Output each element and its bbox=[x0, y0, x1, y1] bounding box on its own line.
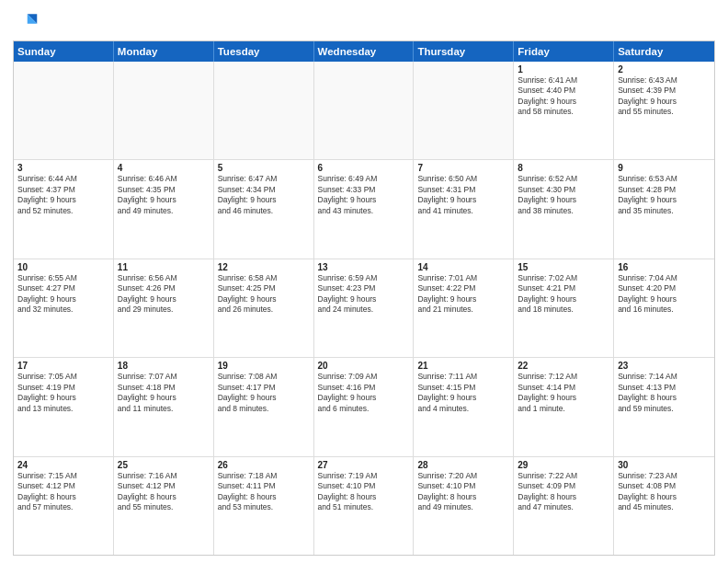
day-number: 20 bbox=[318, 361, 410, 371]
day-info: Sunrise: 6:46 AM Sunset: 4:35 PM Dayligh… bbox=[118, 174, 210, 216]
day-cell-27: 27Sunrise: 7:19 AM Sunset: 4:10 PM Dayli… bbox=[314, 457, 415, 555]
day-number: 22 bbox=[518, 361, 609, 371]
empty-cell-0-1 bbox=[114, 62, 214, 159]
day-info: Sunrise: 7:15 AM Sunset: 4:12 PM Dayligh… bbox=[17, 471, 109, 513]
day-cell-3: 3Sunrise: 6:44 AM Sunset: 4:37 PM Daylig… bbox=[14, 160, 114, 258]
day-cell-23: 23Sunrise: 7:14 AM Sunset: 4:13 PM Dayli… bbox=[614, 358, 714, 455]
day-info: Sunrise: 6:55 AM Sunset: 4:27 PM Dayligh… bbox=[17, 273, 109, 316]
logo-icon bbox=[13, 9, 39, 35]
day-number: 25 bbox=[118, 460, 210, 470]
weekday-header-sunday: Sunday bbox=[14, 41, 114, 62]
calendar-body: 1Sunrise: 6:41 AM Sunset: 4:40 PM Daylig… bbox=[14, 62, 714, 555]
day-cell-17: 17Sunrise: 7:05 AM Sunset: 4:19 PM Dayli… bbox=[14, 358, 114, 455]
day-cell-25: 25Sunrise: 7:16 AM Sunset: 4:12 PM Dayli… bbox=[114, 457, 214, 555]
day-info: Sunrise: 7:05 AM Sunset: 4:19 PM Dayligh… bbox=[17, 372, 109, 414]
day-cell-15: 15Sunrise: 7:02 AM Sunset: 4:21 PM Dayli… bbox=[514, 259, 614, 357]
page: SundayMondayTuesdayWednesdayThursdayFrid… bbox=[0, 0, 728, 563]
day-number: 23 bbox=[618, 361, 711, 371]
day-number: 2 bbox=[618, 64, 711, 75]
day-info: Sunrise: 7:19 AM Sunset: 4:10 PM Dayligh… bbox=[318, 471, 410, 513]
empty-cell-0-4 bbox=[414, 62, 514, 159]
logo bbox=[13, 9, 40, 35]
calendar-row-3: 17Sunrise: 7:05 AM Sunset: 4:19 PM Dayli… bbox=[14, 358, 714, 456]
weekday-header-tuesday: Tuesday bbox=[214, 41, 314, 62]
day-number: 10 bbox=[17, 262, 109, 272]
day-number: 29 bbox=[518, 460, 609, 470]
day-cell-12: 12Sunrise: 6:58 AM Sunset: 4:25 PM Dayli… bbox=[214, 259, 314, 357]
day-cell-14: 14Sunrise: 7:01 AM Sunset: 4:22 PM Dayli… bbox=[414, 259, 514, 357]
day-info: Sunrise: 6:41 AM Sunset: 4:40 PM Dayligh… bbox=[518, 75, 609, 118]
weekday-header-wednesday: Wednesday bbox=[314, 41, 415, 62]
day-cell-22: 22Sunrise: 7:12 AM Sunset: 4:14 PM Dayli… bbox=[514, 358, 614, 455]
day-info: Sunrise: 7:11 AM Sunset: 4:15 PM Dayligh… bbox=[417, 372, 509, 414]
day-info: Sunrise: 6:47 AM Sunset: 4:34 PM Dayligh… bbox=[218, 174, 310, 216]
day-number: 3 bbox=[17, 163, 109, 173]
day-cell-4: 4Sunrise: 6:46 AM Sunset: 4:35 PM Daylig… bbox=[114, 160, 214, 258]
weekday-header-saturday: Saturday bbox=[614, 41, 714, 62]
day-number: 14 bbox=[417, 262, 509, 272]
calendar-row-2: 10Sunrise: 6:55 AM Sunset: 4:27 PM Dayli… bbox=[14, 259, 714, 358]
day-info: Sunrise: 6:52 AM Sunset: 4:30 PM Dayligh… bbox=[518, 174, 609, 216]
day-number: 13 bbox=[318, 262, 410, 272]
day-info: Sunrise: 7:22 AM Sunset: 4:09 PM Dayligh… bbox=[518, 471, 609, 513]
day-cell-21: 21Sunrise: 7:11 AM Sunset: 4:15 PM Dayli… bbox=[414, 358, 514, 455]
day-info: Sunrise: 7:18 AM Sunset: 4:11 PM Dayligh… bbox=[218, 471, 310, 513]
day-number: 8 bbox=[518, 163, 609, 173]
day-info: Sunrise: 7:23 AM Sunset: 4:08 PM Dayligh… bbox=[618, 471, 711, 513]
day-info: Sunrise: 6:50 AM Sunset: 4:31 PM Dayligh… bbox=[417, 174, 509, 216]
day-info: Sunrise: 6:59 AM Sunset: 4:23 PM Dayligh… bbox=[318, 273, 410, 316]
day-number: 27 bbox=[318, 460, 410, 470]
day-info: Sunrise: 7:04 AM Sunset: 4:20 PM Dayligh… bbox=[618, 273, 711, 316]
day-number: 9 bbox=[618, 163, 711, 173]
day-cell-28: 28Sunrise: 7:20 AM Sunset: 4:10 PM Dayli… bbox=[414, 457, 514, 555]
day-number: 24 bbox=[17, 460, 109, 470]
header bbox=[13, 9, 715, 35]
day-info: Sunrise: 7:02 AM Sunset: 4:21 PM Dayligh… bbox=[518, 273, 609, 316]
day-info: Sunrise: 7:09 AM Sunset: 4:16 PM Dayligh… bbox=[318, 372, 410, 414]
day-cell-16: 16Sunrise: 7:04 AM Sunset: 4:20 PM Dayli… bbox=[614, 259, 714, 357]
day-info: Sunrise: 7:14 AM Sunset: 4:13 PM Dayligh… bbox=[618, 372, 711, 414]
day-number: 17 bbox=[17, 361, 109, 371]
day-info: Sunrise: 6:58 AM Sunset: 4:25 PM Dayligh… bbox=[218, 273, 310, 316]
day-info: Sunrise: 7:16 AM Sunset: 4:12 PM Dayligh… bbox=[118, 471, 210, 513]
day-cell-9: 9Sunrise: 6:53 AM Sunset: 4:28 PM Daylig… bbox=[614, 160, 714, 258]
day-cell-10: 10Sunrise: 6:55 AM Sunset: 4:27 PM Dayli… bbox=[14, 259, 114, 357]
day-cell-6: 6Sunrise: 6:49 AM Sunset: 4:33 PM Daylig… bbox=[314, 160, 415, 258]
day-info: Sunrise: 7:08 AM Sunset: 4:17 PM Dayligh… bbox=[218, 372, 310, 414]
calendar-row-4: 24Sunrise: 7:15 AM Sunset: 4:12 PM Dayli… bbox=[14, 457, 714, 555]
weekday-header-thursday: Thursday bbox=[414, 41, 514, 62]
day-info: Sunrise: 7:12 AM Sunset: 4:14 PM Dayligh… bbox=[518, 372, 609, 414]
empty-cell-0-0 bbox=[14, 62, 114, 159]
day-info: Sunrise: 6:49 AM Sunset: 4:33 PM Dayligh… bbox=[318, 174, 410, 216]
day-info: Sunrise: 6:43 AM Sunset: 4:39 PM Dayligh… bbox=[618, 75, 711, 118]
day-number: 18 bbox=[118, 361, 210, 371]
day-number: 28 bbox=[417, 460, 509, 470]
calendar-row-0: 1Sunrise: 6:41 AM Sunset: 4:40 PM Daylig… bbox=[14, 62, 714, 160]
day-number: 15 bbox=[518, 262, 609, 272]
day-number: 26 bbox=[218, 460, 310, 470]
day-number: 6 bbox=[318, 163, 410, 173]
weekday-header-friday: Friday bbox=[514, 41, 614, 62]
day-number: 11 bbox=[118, 262, 210, 272]
day-number: 16 bbox=[618, 262, 711, 272]
day-cell-8: 8Sunrise: 6:52 AM Sunset: 4:30 PM Daylig… bbox=[514, 160, 614, 258]
day-cell-26: 26Sunrise: 7:18 AM Sunset: 4:11 PM Dayli… bbox=[214, 457, 314, 555]
day-number: 1 bbox=[518, 64, 609, 75]
day-info: Sunrise: 7:01 AM Sunset: 4:22 PM Dayligh… bbox=[417, 273, 509, 316]
day-cell-20: 20Sunrise: 7:09 AM Sunset: 4:16 PM Dayli… bbox=[314, 358, 415, 455]
day-number: 30 bbox=[618, 460, 711, 470]
calendar-header: SundayMondayTuesdayWednesdayThursdayFrid… bbox=[14, 41, 714, 62]
empty-cell-0-3 bbox=[314, 62, 415, 159]
calendar-row-1: 3Sunrise: 6:44 AM Sunset: 4:37 PM Daylig… bbox=[14, 160, 714, 259]
calendar: SundayMondayTuesdayWednesdayThursdayFrid… bbox=[13, 40, 715, 556]
day-number: 5 bbox=[218, 163, 310, 173]
day-info: Sunrise: 6:53 AM Sunset: 4:28 PM Dayligh… bbox=[618, 174, 711, 216]
day-cell-1: 1Sunrise: 6:41 AM Sunset: 4:40 PM Daylig… bbox=[514, 62, 614, 159]
day-number: 19 bbox=[218, 361, 310, 371]
day-cell-11: 11Sunrise: 6:56 AM Sunset: 4:26 PM Dayli… bbox=[114, 259, 214, 357]
day-number: 12 bbox=[218, 262, 310, 272]
day-info: Sunrise: 7:07 AM Sunset: 4:18 PM Dayligh… bbox=[118, 372, 210, 414]
day-number: 4 bbox=[118, 163, 210, 173]
day-info: Sunrise: 7:20 AM Sunset: 4:10 PM Dayligh… bbox=[417, 471, 509, 513]
day-info: Sunrise: 6:44 AM Sunset: 4:37 PM Dayligh… bbox=[17, 174, 109, 216]
